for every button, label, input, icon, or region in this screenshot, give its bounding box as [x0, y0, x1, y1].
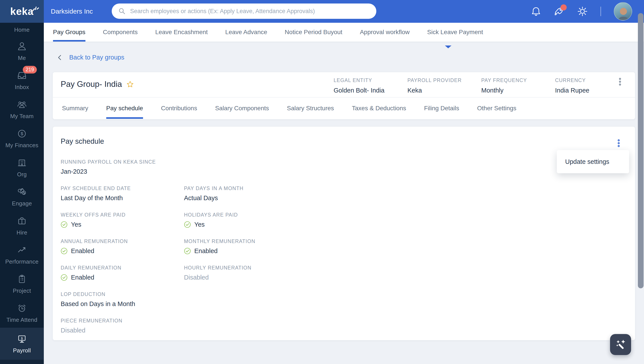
- field-value: Enabled: [184, 248, 622, 254]
- sidebar-item-org[interactable]: Org: [0, 153, 44, 182]
- sidebar-item-my-finances[interactable]: $My Finances: [0, 124, 44, 153]
- header-notch: [445, 46, 452, 48]
- header-divider: [600, 6, 601, 16]
- sidebar-item-my-team[interactable]: My Team: [0, 95, 44, 124]
- tab-sick-leave-payment[interactable]: Sick Leave Payment: [427, 23, 483, 42]
- kebab-menu-button[interactable]: [618, 76, 622, 88]
- brand-text: keka: [10, 6, 34, 17]
- field-row: LOP DEDUCTIONBased on Days in a Month: [61, 292, 622, 318]
- field-monthly-remuneration: MONTHLY REMUNERATIONEnabled: [184, 238, 622, 265]
- favorite-star-icon[interactable]: [126, 80, 134, 88]
- field-row: RUNNING PAYROLL ON KEKA SINCEJan-2023: [61, 159, 622, 186]
- field-value-text: Based on Days in a Month: [61, 300, 135, 308]
- project-icon: [17, 274, 27, 284]
- company-name: Darksiders Inc: [51, 0, 93, 23]
- field-value: Enabled: [61, 248, 184, 254]
- settings-gear-icon[interactable]: [577, 6, 588, 16]
- sidebar-item-inbox[interactable]: 219Inbox: [0, 66, 44, 95]
- sidebar-item-payroll[interactable]: $Payroll: [0, 328, 44, 360]
- kebab-menu-button-schedule[interactable]: [616, 137, 621, 149]
- field-label: PAY SCHEDULE END DATE: [61, 186, 184, 192]
- logo-spark-icon: [32, 2, 39, 14]
- sidebar-item-project[interactable]: Project: [0, 270, 44, 298]
- tab-leave-advance[interactable]: Leave Advance: [225, 23, 267, 42]
- ai-assistant-fab[interactable]: [610, 334, 631, 355]
- check-circle-icon: [61, 248, 68, 254]
- user-avatar[interactable]: [614, 2, 632, 20]
- field-piece-remuneration: PIECE REMUNERATIONDisabled: [61, 318, 184, 344]
- sidebar: HomeMe219InboxMy Team$My FinancesOrgEnga…: [0, 23, 44, 364]
- meta-label: LEGAL ENTITY: [334, 78, 407, 83]
- pay-schedule-fields: RUNNING PAYROLL ON KEKA SINCEJan-2023PAY…: [61, 159, 622, 344]
- field-row: WEEKLY OFFS ARE PAIDYesHOLIDAYS ARE PAID…: [61, 212, 622, 238]
- sidebar-item-label: Payroll: [13, 347, 31, 354]
- meta-value: Monthly: [481, 87, 555, 94]
- sidebar-item-home[interactable]: Home: [0, 23, 44, 37]
- notifications-bell-icon[interactable]: [531, 6, 541, 16]
- meta-label: PAY FREQUENCY: [481, 78, 555, 83]
- tab-pay-schedule[interactable]: Pay schedule: [106, 98, 143, 119]
- sidebar-item-performance[interactable]: Performance: [0, 240, 44, 270]
- field-value: Actual Days: [184, 194, 622, 202]
- sidebar-footer: [0, 360, 44, 364]
- sidebar-item-me[interactable]: Me: [0, 37, 44, 66]
- team-icon: [17, 99, 27, 110]
- scrollbar-thumb[interactable]: [638, 13, 643, 288]
- sidebar-item-label: Home: [14, 26, 30, 33]
- page-title: Pay Group- India: [61, 80, 122, 89]
- field-value-text: Yes: [194, 221, 204, 228]
- module-tabs: Pay GroupsComponentsLeave EncashmentLeav…: [44, 23, 644, 42]
- tab-contributions[interactable]: Contributions: [161, 98, 197, 119]
- sidebar-item-label: Inbox: [15, 84, 29, 90]
- tab-notice-period-buyout[interactable]: Notice Period Buyout: [285, 23, 342, 42]
- org-icon: [17, 158, 27, 168]
- field-pay-days-in-a-month: PAY DAYS IN A MONTHActual Days: [184, 186, 622, 212]
- tab-filing-details[interactable]: Filing Details: [424, 98, 459, 119]
- menu-item-update-settings[interactable]: Update settings: [557, 158, 629, 166]
- field-row: PAY SCHEDULE END DATELast Day of the Mon…: [61, 186, 622, 212]
- tab-approval-workflow[interactable]: Approval workflow: [360, 23, 410, 42]
- tab-components[interactable]: Components: [103, 23, 138, 42]
- sidebar-item-label: My Team: [10, 113, 34, 120]
- field-hourly-remuneration: HOURLY REMUNERATIONDisabled: [184, 265, 622, 292]
- pay-group-tabs: SummaryPay scheduleContributionsSalary C…: [53, 98, 635, 119]
- app-screen: keka Darksiders Inc: [0, 0, 644, 364]
- field-value-text: Jan-2023: [61, 168, 87, 175]
- tab-taxes-deductions[interactable]: Taxes & Deductions: [352, 98, 406, 119]
- field-label: PIECE REMUNERATION: [61, 318, 184, 324]
- field-running-payroll-on-keka-since: RUNNING PAYROLL ON KEKA SINCEJan-2023: [61, 159, 184, 186]
- sidebar-item-label: My Finances: [6, 142, 39, 149]
- sidebar-item-time-attend[interactable]: Time Attend: [0, 298, 44, 328]
- field-row: ANNUAL REMUNERATIONEnabledMONTHLY REMUNE…: [61, 238, 622, 265]
- field-label: WEEKLY OFFS ARE PAID: [61, 212, 184, 218]
- sidebar-item-engage[interactable]: Engage: [0, 182, 44, 211]
- tab-salary-structures[interactable]: Salary Structures: [287, 98, 334, 119]
- time-attend-icon: [17, 303, 27, 314]
- global-search[interactable]: [112, 4, 376, 19]
- keka-logo[interactable]: keka: [0, 0, 44, 23]
- tab-salary-components[interactable]: Salary Components: [215, 98, 269, 119]
- chevron-left-icon: [57, 55, 63, 60]
- app-header: keka Darksiders Inc: [0, 0, 644, 23]
- field-value-text: Yes: [71, 221, 81, 228]
- whats-new-rocket-icon[interactable]: [554, 6, 564, 16]
- tab-pay-groups[interactable]: Pay Groups: [53, 23, 85, 42]
- field-value: Jan-2023: [61, 168, 184, 175]
- meta-label: PAYROLL PROVIDER: [407, 78, 481, 83]
- field-value: Yes: [61, 221, 184, 228]
- performance-icon: [17, 245, 27, 255]
- sidebar-item-hire[interactable]: Hire: [0, 211, 44, 240]
- tab-other-settings[interactable]: Other Settings: [477, 98, 516, 119]
- main-area: Pay GroupsComponentsLeave EncashmentLeav…: [44, 23, 644, 364]
- payroll-icon: $: [17, 334, 27, 344]
- pay-group-card: Pay Group- India LEGAL ENTITYGolden Bolt…: [53, 72, 635, 120]
- context-menu: Update settings: [557, 150, 629, 173]
- tab-summary[interactable]: Summary: [62, 98, 88, 119]
- field-value-text: Disabled: [61, 327, 85, 334]
- tab-leave-encashment[interactable]: Leave Encashment: [155, 23, 208, 42]
- search-input[interactable]: [130, 8, 370, 15]
- breadcrumb-back[interactable]: Back to Pay groups: [57, 54, 124, 61]
- meta-col-legal-entity: LEGAL ENTITYGolden Bolt- India: [334, 78, 407, 94]
- field-annual-remuneration: ANNUAL REMUNERATIONEnabled: [61, 238, 184, 265]
- field-row: PIECE REMUNERATIONDisabled: [61, 318, 622, 344]
